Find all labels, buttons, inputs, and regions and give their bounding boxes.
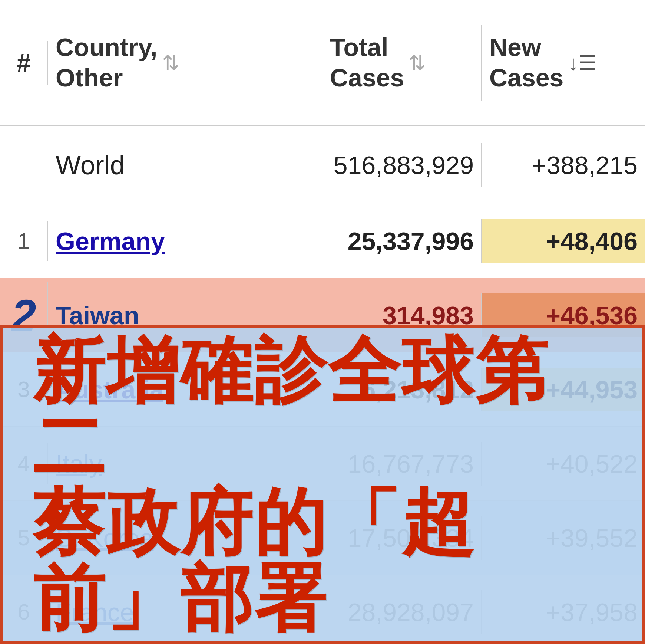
total-sort-icon[interactable]: ⇅ [408, 51, 426, 75]
new-sort-icon[interactable]: ↓☰ [568, 51, 597, 75]
overlay-line2: 蔡政府的「超前」部署 [33, 484, 612, 637]
table-header: # Country,Other ⇅ TotalCases ⇅ NewCases … [0, 0, 645, 126]
header-new: NewCases ↓☰ [482, 25, 645, 100]
world-country: World [48, 142, 322, 188]
country-sort-icon[interactable]: ⇅ [162, 51, 179, 75]
world-row: World 516,883,929 +388,215 [0, 126, 645, 204]
rank-label: # [17, 48, 31, 77]
table-row: 1 Germany 25,337,996 +48,406 [0, 204, 645, 278]
country-cell[interactable]: Germany [48, 219, 322, 263]
header-total: TotalCases ⇅ [322, 25, 482, 100]
world-total: 516,883,929 [322, 143, 482, 187]
header-rank: # [0, 41, 48, 85]
total-cell: 25,337,996 [322, 219, 482, 263]
overlay-line1: 新增確診全球第二 [33, 333, 612, 485]
world-new: +388,215 [482, 143, 645, 187]
header-country: Country,Other ⇅ [48, 25, 322, 100]
table-container: # Country,Other ⇅ TotalCases ⇅ NewCases … [0, 0, 645, 644]
new-label: NewCases [489, 32, 563, 93]
country-label: Country,Other [56, 32, 158, 93]
overlay-box: 新增確診全球第二 蔡政府的「超前」部署 [0, 325, 645, 644]
new-cell: +48,406 [482, 219, 645, 263]
rank-cell: 1 [0, 221, 48, 261]
total-label: TotalCases [330, 32, 404, 93]
